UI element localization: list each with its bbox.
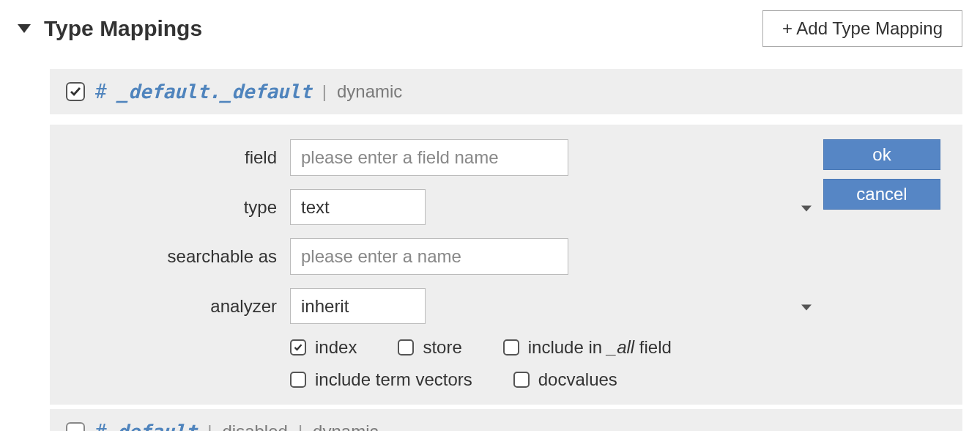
hash-icon: # — [95, 81, 107, 103]
mapping-name[interactable]: _default._default — [117, 81, 312, 103]
hash-icon: # — [95, 421, 107, 431]
include-all-checkbox[interactable] — [503, 339, 519, 356]
searchable-as-label: searchable as — [72, 246, 277, 267]
add-type-mapping-button[interactable]: + Add Type Mapping — [762, 10, 962, 47]
docvalues-label: docvalues — [538, 369, 617, 390]
field-label: field — [72, 147, 277, 168]
collapse-toggle-icon[interactable] — [18, 24, 31, 33]
include-term-vectors-label: include term vectors — [315, 369, 472, 390]
type-select[interactable]: text — [290, 189, 426, 225]
index-checkbox-label: index — [315, 337, 357, 358]
mapping-tag-disabled: disabled — [222, 421, 287, 431]
separator: | — [322, 81, 327, 102]
mapping-enable-checkbox[interactable] — [66, 422, 85, 431]
analyzer-select[interactable]: inherit — [290, 288, 426, 324]
separator: | — [298, 421, 302, 431]
store-checkbox[interactable] — [398, 339, 414, 356]
include-all-checkbox-label: include in _all field — [528, 337, 672, 358]
type-label: type — [72, 197, 277, 218]
searchable-as-input[interactable] — [290, 238, 568, 275]
mapping-name[interactable]: default — [117, 421, 198, 431]
cancel-button[interactable]: cancel — [823, 179, 940, 210]
mapping-tag-dynamic: dynamic — [313, 421, 378, 431]
ok-button[interactable]: ok — [823, 139, 940, 170]
field-name-input[interactable] — [290, 139, 568, 176]
mapping-enable-checkbox[interactable] — [66, 82, 85, 101]
mapping-tag-dynamic: dynamic — [337, 81, 402, 102]
include-term-vectors-checkbox[interactable] — [290, 372, 306, 388]
mapping-row: # default | disabled | dynamic — [50, 409, 962, 431]
mapping-row: # _default._default | dynamic — [50, 69, 962, 114]
section-title: Type Mappings — [44, 16, 202, 41]
docvalues-checkbox[interactable] — [513, 372, 530, 388]
separator: | — [207, 421, 212, 431]
analyzer-label: analyzer — [72, 296, 277, 317]
store-checkbox-label: store — [423, 337, 461, 358]
index-checkbox[interactable] — [290, 339, 306, 356]
